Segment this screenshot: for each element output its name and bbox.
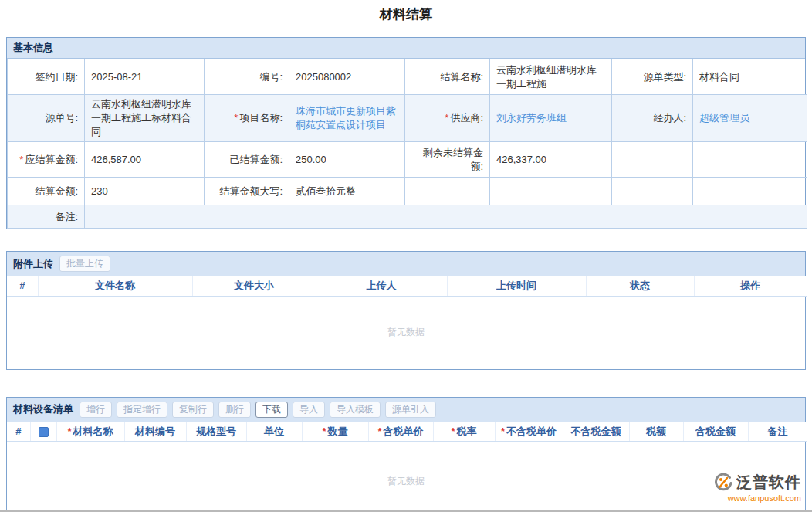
delete-row-button[interactable]: 删行 bbox=[218, 402, 251, 418]
materials-col-remark: 备注 bbox=[748, 422, 807, 442]
materials-table: # *材料名称 材料编号 规格型号 单位 *数量 *含税单价 *税率 *不含税单… bbox=[7, 422, 807, 442]
attachments-col-index: # bbox=[7, 276, 38, 296]
attachments-col-file-name: 文件名称 bbox=[38, 276, 192, 296]
doc-no-label: 编号: bbox=[205, 59, 289, 95]
supplier-value: 刘永好劳务班组 bbox=[490, 95, 612, 142]
materials-col-select bbox=[30, 422, 56, 442]
material-settlement-page: 材料结算 基本信息 签约日期: 2025-08-21 编号: 202508000… bbox=[0, 0, 812, 512]
empty-label-cell bbox=[612, 142, 693, 178]
project-name-link[interactable]: 珠海市城市更新项目紫桐苑安置点设计项目 bbox=[296, 105, 396, 131]
settled-amount-value: 250.00 bbox=[289, 142, 405, 178]
materials-col-amount-with-tax: 含税金额 bbox=[683, 422, 748, 442]
attachments-empty-state: 暂无数据 bbox=[7, 297, 805, 369]
import-button[interactable]: 导入 bbox=[293, 402, 325, 418]
payable-amount-value: 426,587.00 bbox=[85, 142, 205, 178]
page-title: 材料结算 bbox=[6, 6, 806, 23]
select-all-checkbox[interactable] bbox=[39, 427, 49, 437]
import-template-button[interactable]: 导入模板 bbox=[330, 402, 381, 418]
source-no-value: 云南水利枢纽潜明水库一期工程施工标材料合同 bbox=[85, 95, 205, 142]
materials-toolbar: 增行 指定增行 复制行 删行 下载 导入 导入模板 源单引入 bbox=[80, 402, 436, 418]
remark-value bbox=[85, 205, 807, 229]
basic-info-title: 基本信息 bbox=[13, 42, 53, 54]
settle-amount-label: 结算金额: bbox=[8, 178, 85, 205]
materials-col-tax-amount: 税额 bbox=[629, 422, 683, 442]
copy-row-button[interactable]: 复制行 bbox=[172, 402, 214, 418]
materials-col-material-name: *材料名称 bbox=[56, 422, 124, 442]
attachments-col-actions: 操作 bbox=[694, 276, 807, 296]
insert-row-button[interactable]: 指定增行 bbox=[117, 402, 167, 418]
materials-col-price-with-tax: *含税单价 bbox=[368, 422, 433, 442]
source-type-value: 材料合同 bbox=[693, 59, 807, 95]
materials-col-material-code: 材料编号 bbox=[124, 422, 186, 442]
attachments-title: 附件上传 bbox=[13, 258, 53, 270]
required-mark: * bbox=[234, 112, 238, 124]
source-type-label: 源单类型: bbox=[612, 59, 693, 95]
basic-info-section: 基本信息 签约日期: 2025-08-21 编号: 2025080002 结算名… bbox=[6, 37, 806, 229]
attachments-col-status: 状态 bbox=[586, 276, 694, 296]
materials-col-price-no-tax: *不含税单价 bbox=[495, 422, 563, 442]
materials-empty-state: 暂无数据 bbox=[7, 442, 805, 512]
handler-label: 经办人: bbox=[612, 95, 693, 142]
settle-amount-value: 230 bbox=[85, 178, 205, 205]
supplier-link[interactable]: 刘永好劳务班组 bbox=[496, 112, 567, 124]
empty-label-cell bbox=[612, 178, 693, 205]
required-mark: * bbox=[451, 426, 455, 437]
remark-label: 备注: bbox=[8, 205, 85, 229]
basic-info-table: 签约日期: 2025-08-21 编号: 2025080002 结算名称: 云南… bbox=[7, 59, 807, 229]
handler-value: 超级管理员 bbox=[693, 95, 807, 142]
supplier-label: *供应商: bbox=[405, 95, 490, 142]
basic-info-header: 基本信息 bbox=[7, 38, 805, 59]
batch-upload-button[interactable]: 批量上传 bbox=[59, 256, 110, 272]
materials-col-amount-no-tax: 不含税金额 bbox=[563, 422, 629, 442]
materials-col-spec-model: 规格型号 bbox=[186, 422, 246, 442]
source-no-label: 源单号: bbox=[8, 95, 85, 142]
attachments-col-uploader: 上传人 bbox=[316, 276, 447, 296]
attachments-section: 附件上传 批量上传 # 文件名称 文件大小 上传人 上传时间 状态 操作 bbox=[6, 251, 806, 370]
brand-url[interactable]: www.fanpusoft.com bbox=[714, 493, 801, 503]
fanpu-logo-icon bbox=[714, 473, 732, 492]
brand-footer: 泛普软件 www.fanpusoft.com bbox=[714, 472, 801, 503]
attachments-table: # 文件名称 文件大小 上传人 上传时间 状态 操作 bbox=[7, 276, 807, 297]
materials-col-quantity: *数量 bbox=[302, 422, 368, 442]
amount-caps-value: 贰佰叁拾元整 bbox=[289, 178, 405, 205]
settled-amount-label: 已结算金额: bbox=[205, 142, 289, 178]
empty-value-cell bbox=[693, 142, 807, 178]
materials-col-tax-rate: *税率 bbox=[433, 422, 495, 442]
sign-date-value: 2025-08-21 bbox=[85, 59, 205, 95]
amount-caps-label: 结算金额大写: bbox=[205, 178, 289, 205]
required-mark: * bbox=[377, 426, 381, 437]
materials-section: 材料设备清单 增行 指定增行 复制行 删行 下载 导入 导入模板 源单引入 bbox=[6, 397, 806, 512]
empty-value-cell bbox=[693, 178, 807, 205]
remaining-amount-label: 剩余未结算金额: bbox=[405, 142, 490, 178]
project-name-value: 珠海市城市更新项目紫桐苑安置点设计项目 bbox=[289, 95, 405, 142]
materials-header: 材料设备清单 增行 指定增行 复制行 删行 下载 导入 导入模板 源单引入 bbox=[7, 398, 805, 422]
download-button[interactable]: 下载 bbox=[255, 402, 288, 418]
attachments-col-upload-time: 上传时间 bbox=[447, 276, 586, 296]
required-mark: * bbox=[67, 426, 71, 437]
materials-title: 材料设备清单 bbox=[13, 403, 73, 415]
required-mark: * bbox=[322, 426, 326, 437]
add-row-button[interactable]: 增行 bbox=[80, 402, 112, 418]
empty-value-cell bbox=[490, 178, 612, 205]
required-mark: * bbox=[19, 154, 23, 165]
settle-name-value: 云南水利枢纽潜明水库一期工程施 bbox=[490, 59, 612, 95]
sign-date-label: 签约日期: bbox=[8, 59, 85, 95]
required-mark: * bbox=[501, 426, 505, 437]
source-import-button[interactable]: 源单引入 bbox=[385, 402, 436, 418]
attachments-header: 附件上传 批量上传 bbox=[7, 252, 805, 276]
attachments-col-file-size: 文件大小 bbox=[192, 276, 316, 296]
materials-col-index: # bbox=[7, 422, 30, 442]
project-name-label: *项目名称: bbox=[205, 95, 289, 142]
brand-name: 泛普软件 bbox=[736, 472, 801, 493]
settle-name-label: 结算名称: bbox=[405, 59, 490, 95]
doc-no-value: 2025080002 bbox=[289, 59, 405, 95]
remaining-amount-value: 426,337.00 bbox=[490, 142, 612, 178]
empty-label-cell bbox=[405, 178, 490, 205]
materials-col-unit: 单位 bbox=[246, 422, 302, 442]
payable-amount-label: *应结算金额: bbox=[8, 142, 85, 178]
required-mark: * bbox=[445, 112, 448, 124]
